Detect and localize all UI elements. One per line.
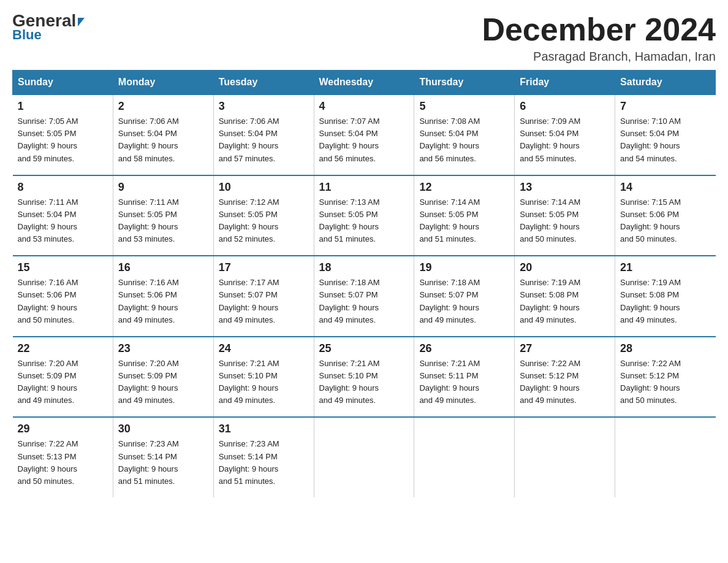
calendar-cell: 10 Sunrise: 7:12 AMSunset: 5:05 PMDaylig…: [213, 175, 314, 256]
day-info: Sunrise: 7:11 AMSunset: 5:04 PMDaylight:…: [18, 196, 108, 246]
calendar-cell: 29 Sunrise: 7:22 AMSunset: 5:13 PMDaylig…: [13, 417, 113, 497]
logo-blue: Blue: [12, 27, 42, 43]
day-info: Sunrise: 7:17 AMSunset: 5:07 PMDaylight:…: [219, 277, 309, 326]
calendar-cell: 4 Sunrise: 7:07 AMSunset: 5:04 PMDayligh…: [314, 94, 414, 175]
day-info: Sunrise: 7:15 AMSunset: 5:06 PMDaylight:…: [620, 196, 710, 246]
logo: General Blue: [12, 12, 85, 43]
day-info: Sunrise: 7:20 AMSunset: 5:09 PMDaylight:…: [118, 358, 208, 407]
calendar-cell: [314, 417, 414, 497]
calendar-cell: 9 Sunrise: 7:11 AMSunset: 5:05 PMDayligh…: [113, 175, 213, 256]
day-info: Sunrise: 7:10 AMSunset: 5:04 PMDaylight:…: [620, 115, 710, 165]
day-number: 3: [219, 100, 309, 113]
day-number: 21: [620, 261, 710, 274]
calendar-cell: 3 Sunrise: 7:06 AMSunset: 5:04 PMDayligh…: [213, 94, 314, 175]
calendar-cell: 26 Sunrise: 7:21 AMSunset: 5:11 PMDaylig…: [414, 337, 515, 418]
month-title: December 2024: [482, 12, 716, 47]
day-number: 30: [118, 423, 208, 435]
calendar-cell: 14 Sunrise: 7:15 AMSunset: 5:06 PMDaylig…: [615, 175, 716, 256]
day-number: 6: [520, 100, 610, 113]
day-info: Sunrise: 7:22 AMSunset: 5:13 PMDaylight:…: [18, 438, 108, 488]
day-info: Sunrise: 7:05 AMSunset: 5:05 PMDaylight:…: [18, 115, 108, 165]
day-number: 19: [419, 261, 509, 274]
title-block: December 2024 Pasragad Branch, Hamadan, …: [482, 12, 716, 64]
day-number: 25: [319, 342, 409, 355]
day-number: 23: [118, 342, 208, 355]
day-number: 14: [620, 181, 710, 194]
day-number: 2: [118, 100, 208, 113]
calendar-cell: 23 Sunrise: 7:20 AMSunset: 5:09 PMDaylig…: [113, 337, 213, 418]
day-number: 26: [419, 342, 509, 355]
day-info: Sunrise: 7:11 AMSunset: 5:05 PMDaylight:…: [118, 196, 208, 246]
day-info: Sunrise: 7:06 AMSunset: 5:04 PMDaylight:…: [118, 115, 208, 165]
calendar-cell: 18 Sunrise: 7:18 AMSunset: 5:07 PMDaylig…: [314, 256, 414, 337]
calendar-cell: 16 Sunrise: 7:16 AMSunset: 5:06 PMDaylig…: [113, 256, 213, 337]
day-number: 9: [118, 181, 208, 194]
day-info: Sunrise: 7:14 AMSunset: 5:05 PMDaylight:…: [419, 196, 509, 246]
week-row-2: 8 Sunrise: 7:11 AMSunset: 5:04 PMDayligh…: [13, 175, 716, 256]
calendar-cell: 2 Sunrise: 7:06 AMSunset: 5:04 PMDayligh…: [113, 94, 213, 175]
calendar-cell: 21 Sunrise: 7:19 AMSunset: 5:08 PMDaylig…: [615, 256, 716, 337]
day-number: 12: [419, 181, 509, 194]
day-info: Sunrise: 7:20 AMSunset: 5:09 PMDaylight:…: [18, 358, 108, 407]
day-number: 4: [319, 100, 409, 113]
week-row-3: 15 Sunrise: 7:16 AMSunset: 5:06 PMDaylig…: [13, 256, 716, 337]
day-number: 17: [219, 261, 309, 274]
day-number: 16: [118, 261, 208, 274]
day-info: Sunrise: 7:23 AMSunset: 5:14 PMDaylight:…: [118, 438, 208, 488]
calendar-cell: 31 Sunrise: 7:23 AMSunset: 5:14 PMDaylig…: [213, 417, 314, 497]
day-info: Sunrise: 7:21 AMSunset: 5:10 PMDaylight:…: [219, 358, 309, 407]
calendar-cell: [615, 417, 716, 497]
day-number: 27: [520, 342, 610, 355]
day-info: Sunrise: 7:21 AMSunset: 5:10 PMDaylight:…: [319, 358, 409, 407]
weekday-header-sunday: Sunday: [13, 71, 113, 95]
day-number: 11: [319, 181, 409, 194]
calendar-cell: 7 Sunrise: 7:10 AMSunset: 5:04 PMDayligh…: [615, 94, 716, 175]
calendar-cell: 13 Sunrise: 7:14 AMSunset: 5:05 PMDaylig…: [515, 175, 615, 256]
day-number: 20: [520, 261, 610, 274]
calendar-cell: 25 Sunrise: 7:21 AMSunset: 5:10 PMDaylig…: [314, 337, 414, 418]
calendar-cell: 6 Sunrise: 7:09 AMSunset: 5:04 PMDayligh…: [515, 94, 615, 175]
day-info: Sunrise: 7:23 AMSunset: 5:14 PMDaylight:…: [219, 438, 309, 488]
page-header: General Blue December 2024 Pasragad Bran…: [12, 12, 716, 64]
day-number: 15: [18, 261, 108, 274]
day-info: Sunrise: 7:19 AMSunset: 5:08 PMDaylight:…: [520, 277, 610, 326]
day-number: 24: [219, 342, 309, 355]
day-info: Sunrise: 7:07 AMSunset: 5:04 PMDaylight:…: [319, 115, 409, 165]
day-number: 5: [419, 100, 509, 113]
day-number: 10: [219, 181, 309, 194]
weekday-header-tuesday: Tuesday: [213, 71, 314, 95]
calendar-cell: 1 Sunrise: 7:05 AMSunset: 5:05 PMDayligh…: [13, 94, 113, 175]
location: Pasragad Branch, Hamadan, Iran: [482, 50, 716, 64]
day-number: 8: [18, 181, 108, 194]
calendar-cell: 22 Sunrise: 7:20 AMSunset: 5:09 PMDaylig…: [13, 337, 113, 418]
day-info: Sunrise: 7:16 AMSunset: 5:06 PMDaylight:…: [118, 277, 208, 326]
calendar-cell: [414, 417, 515, 497]
calendar-cell: 27 Sunrise: 7:22 AMSunset: 5:12 PMDaylig…: [515, 337, 615, 418]
weekday-header-thursday: Thursday: [414, 71, 515, 95]
weekday-header-saturday: Saturday: [615, 71, 716, 95]
calendar-cell: 17 Sunrise: 7:17 AMSunset: 5:07 PMDaylig…: [213, 256, 314, 337]
day-info: Sunrise: 7:13 AMSunset: 5:05 PMDaylight:…: [319, 196, 409, 246]
day-info: Sunrise: 7:14 AMSunset: 5:05 PMDaylight:…: [520, 196, 610, 246]
calendar-cell: 5 Sunrise: 7:08 AMSunset: 5:04 PMDayligh…: [414, 94, 515, 175]
calendar-cell: [515, 417, 615, 497]
calendar-cell: 20 Sunrise: 7:19 AMSunset: 5:08 PMDaylig…: [515, 256, 615, 337]
weekday-header-friday: Friday: [515, 71, 615, 95]
week-row-1: 1 Sunrise: 7:05 AMSunset: 5:05 PMDayligh…: [13, 94, 716, 175]
day-info: Sunrise: 7:18 AMSunset: 5:07 PMDaylight:…: [319, 277, 409, 326]
day-info: Sunrise: 7:18 AMSunset: 5:07 PMDaylight:…: [419, 277, 509, 326]
day-number: 22: [18, 342, 108, 355]
calendar-table: SundayMondayTuesdayWednesdayThursdayFrid…: [12, 70, 716, 497]
day-number: 13: [520, 181, 610, 194]
day-number: 7: [620, 100, 710, 113]
day-info: Sunrise: 7:12 AMSunset: 5:05 PMDaylight:…: [219, 196, 309, 246]
day-number: 18: [319, 261, 409, 274]
day-number: 29: [18, 423, 108, 435]
day-info: Sunrise: 7:21 AMSunset: 5:11 PMDaylight:…: [419, 358, 509, 407]
weekday-header-wednesday: Wednesday: [314, 71, 414, 95]
weekday-header-monday: Monday: [113, 71, 213, 95]
day-info: Sunrise: 7:08 AMSunset: 5:04 PMDaylight:…: [419, 115, 509, 165]
calendar-cell: 12 Sunrise: 7:14 AMSunset: 5:05 PMDaylig…: [414, 175, 515, 256]
week-row-4: 22 Sunrise: 7:20 AMSunset: 5:09 PMDaylig…: [13, 337, 716, 418]
day-info: Sunrise: 7:19 AMSunset: 5:08 PMDaylight:…: [620, 277, 710, 326]
